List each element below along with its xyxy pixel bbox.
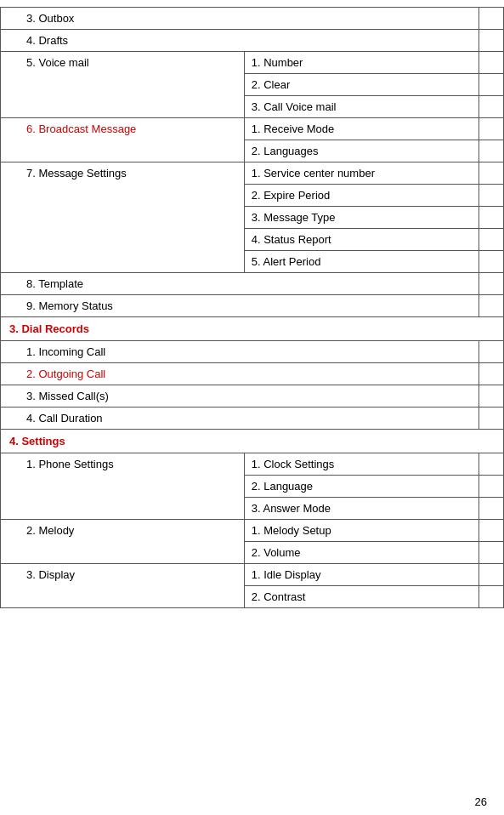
voicemail-clear-detail xyxy=(479,74,504,96)
section-header-settings: 4. Settings xyxy=(1,430,504,453)
table-row: 1. Phone Settings 1. Clock Settings xyxy=(1,453,504,476)
menu-item-broadcast: 6. Broadcast Message xyxy=(1,118,245,162)
voicemail-number-detail xyxy=(479,52,504,74)
msg-message-type-detail xyxy=(479,207,504,229)
table-row: 3. Missed Call(s) xyxy=(1,385,504,408)
display-contrast: 2. Contrast xyxy=(244,586,479,608)
msg-message-type: 3. Message Type xyxy=(244,207,479,229)
table-row: 4. Call Duration xyxy=(1,408,504,430)
menu-item-missed-call: 3. Missed Call(s) xyxy=(1,385,479,408)
table-row: 8. Template xyxy=(1,273,504,295)
menu-item-call-duration: 4. Call Duration xyxy=(1,408,479,430)
section-header-dial-records: 3. Dial Records xyxy=(1,317,504,341)
section-label-settings: 4. Settings xyxy=(1,430,504,453)
broadcast-languages: 2. Languages xyxy=(244,140,479,162)
msg-status-report-detail xyxy=(479,229,504,251)
table-row: 3. Display 1. Idle Display xyxy=(1,564,504,586)
msg-expire-period-detail xyxy=(479,185,504,207)
menu-item-message-settings: 7. Message Settings xyxy=(1,162,245,273)
page-number: 26 xyxy=(475,795,487,808)
section-label-dial-records: 3. Dial Records xyxy=(1,317,504,341)
table-row: 2. Melody 1. Melody Setup xyxy=(1,520,504,542)
menu-item-outbox: 3. Outbox xyxy=(1,8,479,30)
msg-service-center: 1. Service center number xyxy=(244,162,479,185)
broadcast-languages-detail xyxy=(479,140,504,162)
page-container: 3. Outbox 4. Drafts 5. Voice mail 1. Num… xyxy=(0,0,504,815)
broadcast-receive-mode-detail xyxy=(479,118,504,140)
table-row: 9. Memory Status xyxy=(1,295,504,317)
phone-clock-settings-detail xyxy=(479,453,504,476)
melody-volume: 2. Volume xyxy=(244,542,479,564)
broadcast-receive-mode: 1. Receive Mode xyxy=(244,118,479,140)
menu-item-phone-settings: 1. Phone Settings xyxy=(1,453,245,520)
voicemail-call: 3. Call Voice mail xyxy=(244,96,479,118)
voicemail-clear: 2. Clear xyxy=(244,74,479,96)
menu-item-memory-status: 9. Memory Status xyxy=(1,295,479,317)
menu-item-incoming-call: 1. Incoming Call xyxy=(1,341,479,363)
menu-item-display: 3. Display xyxy=(1,564,245,608)
msg-status-report: 4. Status Report xyxy=(244,229,479,251)
msg-service-center-detail xyxy=(479,162,504,185)
voicemail-call-detail xyxy=(479,96,504,118)
table-row: 6. Broadcast Message 1. Receive Mode xyxy=(1,118,504,140)
display-contrast-detail xyxy=(479,586,504,608)
missed-call-detail xyxy=(479,385,504,408)
msg-expire-period: 2. Expire Period xyxy=(244,185,479,207)
display-idle-detail xyxy=(479,564,504,586)
menu-item-template-detail xyxy=(479,273,504,295)
menu-item-melody: 2. Melody xyxy=(1,520,245,564)
phone-answer-mode-detail xyxy=(479,498,504,520)
phone-language: 2. Language xyxy=(244,476,479,498)
phone-language-detail xyxy=(479,476,504,498)
menu-item-drafts-detail xyxy=(479,30,504,52)
voicemail-number: 1. Number xyxy=(244,52,479,74)
table-row: 5. Voice mail 1. Number xyxy=(1,52,504,74)
table-row: 2. Outgoing Call xyxy=(1,363,504,385)
menu-item-outbox-detail xyxy=(479,8,504,30)
melody-setup-detail xyxy=(479,520,504,542)
table-row: 1. Incoming Call xyxy=(1,341,504,363)
melody-setup: 1. Melody Setup xyxy=(244,520,479,542)
incoming-call-detail xyxy=(479,341,504,363)
outgoing-call-detail xyxy=(479,363,504,385)
menu-table: 3. Outbox 4. Drafts 5. Voice mail 1. Num… xyxy=(0,7,504,608)
phone-answer-mode: 3. Answer Mode xyxy=(244,498,479,520)
table-row: 4. Drafts xyxy=(1,30,504,52)
menu-item-template: 8. Template xyxy=(1,273,479,295)
display-idle: 1. Idle Display xyxy=(244,564,479,586)
msg-alert-period: 5. Alert Period xyxy=(244,251,479,273)
msg-alert-period-detail xyxy=(479,251,504,273)
table-row: 7. Message Settings 1. Service center nu… xyxy=(1,162,504,185)
melody-volume-detail xyxy=(479,542,504,564)
table-row: 3. Outbox xyxy=(1,8,504,30)
phone-clock-settings: 1. Clock Settings xyxy=(244,453,479,476)
menu-item-voicemail: 5. Voice mail xyxy=(1,52,245,118)
call-duration-detail xyxy=(479,408,504,430)
menu-item-outgoing-call: 2. Outgoing Call xyxy=(1,363,479,385)
menu-item-drafts: 4. Drafts xyxy=(1,30,479,52)
menu-item-memory-status-detail xyxy=(479,295,504,317)
